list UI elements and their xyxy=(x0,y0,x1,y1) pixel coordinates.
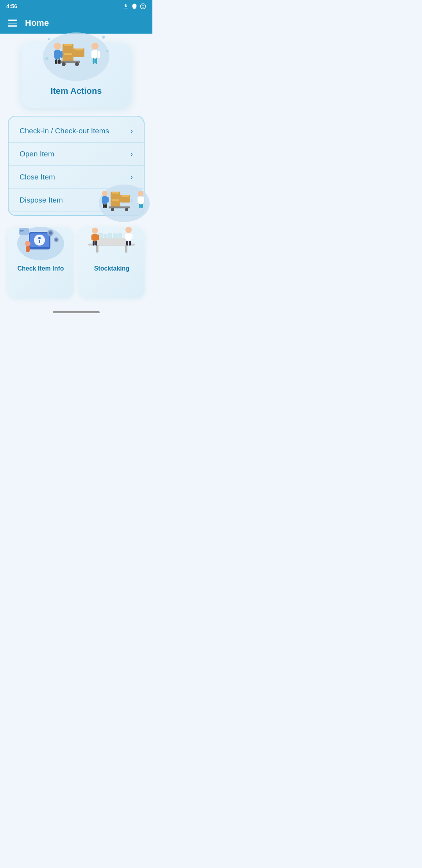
svg-point-56 xyxy=(38,237,41,239)
stocktaking-title: Stocktaking xyxy=(94,265,130,272)
stocktaking-illustration xyxy=(86,222,137,261)
svg-rect-75 xyxy=(118,233,122,239)
menu-item-label: Open Item xyxy=(20,150,54,158)
svg-rect-43 xyxy=(107,197,109,203)
menu-item-open-item[interactable]: Open Item › xyxy=(9,143,144,166)
svg-rect-25 xyxy=(95,58,97,64)
check-item-info-illustration xyxy=(15,222,66,261)
app-header: Home xyxy=(0,13,152,34)
svg-point-66 xyxy=(55,239,57,241)
svg-rect-61 xyxy=(26,246,30,252)
svg-rect-17 xyxy=(60,51,63,58)
time-display: 4:56 xyxy=(6,3,17,9)
menu-item-label: Check-in / Check-out Items xyxy=(20,127,109,135)
svg-point-26 xyxy=(48,38,50,40)
svg-point-27 xyxy=(102,36,105,39)
page-title: Home xyxy=(25,18,49,28)
svg-point-38 xyxy=(111,208,114,211)
svg-rect-78 xyxy=(91,235,93,240)
svg-rect-69 xyxy=(96,245,98,253)
svg-rect-23 xyxy=(98,51,100,58)
svg-rect-84 xyxy=(125,234,127,239)
svg-point-12 xyxy=(62,62,66,66)
item-actions-illustration xyxy=(41,31,111,82)
svg-point-82 xyxy=(125,227,132,233)
svg-rect-10 xyxy=(75,48,83,50)
item-actions-title: Item Actions xyxy=(50,86,102,96)
svg-rect-6 xyxy=(64,53,72,55)
svg-point-39 xyxy=(125,208,128,211)
svg-rect-80 xyxy=(93,241,95,246)
menu-item-label: Close Item xyxy=(20,173,55,181)
bottom-cards-row: Check Item Info xyxy=(8,228,145,298)
hamburger-menu-button[interactable] xyxy=(8,20,17,27)
svg-rect-45 xyxy=(105,204,107,208)
menu-item-label: Dispose Item xyxy=(20,196,63,204)
svg-rect-64 xyxy=(20,231,23,232)
svg-rect-16 xyxy=(54,51,56,58)
status-bar: 4:56 xyxy=(0,0,152,13)
svg-point-76 xyxy=(92,228,98,234)
main-content: Item Actions Check-in / Check-out Items … xyxy=(0,34,152,307)
svg-rect-85 xyxy=(131,234,132,239)
svg-rect-51 xyxy=(141,204,143,208)
stocktaking-card[interactable]: Stocktaking xyxy=(79,228,145,298)
svg-point-40 xyxy=(102,191,107,196)
svg-rect-22 xyxy=(91,51,94,58)
face-icon xyxy=(140,3,146,9)
svg-rect-87 xyxy=(129,241,131,246)
svg-rect-73 xyxy=(108,233,112,239)
svg-rect-79 xyxy=(97,235,99,240)
check-item-info-card[interactable]: Check Item Info xyxy=(8,228,73,298)
chevron-right-icon: › xyxy=(131,150,133,158)
svg-rect-24 xyxy=(93,58,95,64)
svg-point-14 xyxy=(54,43,61,50)
status-icons xyxy=(123,3,146,9)
svg-rect-57 xyxy=(39,240,40,243)
svg-rect-36 xyxy=(112,199,119,201)
svg-point-13 xyxy=(75,62,79,66)
svg-rect-44 xyxy=(103,204,105,208)
svg-rect-42 xyxy=(102,197,104,203)
svg-point-29 xyxy=(45,57,48,60)
svg-rect-8 xyxy=(64,44,72,46)
svg-rect-72 xyxy=(104,234,107,239)
download-icon xyxy=(123,3,129,9)
svg-rect-32 xyxy=(112,192,119,194)
check-item-info-title: Check Item Info xyxy=(17,265,64,272)
svg-rect-0 xyxy=(124,8,128,8)
svg-rect-70 xyxy=(125,245,127,253)
svg-rect-81 xyxy=(95,241,97,246)
svg-point-28 xyxy=(106,50,109,52)
svg-rect-68 xyxy=(94,238,129,245)
svg-rect-34 xyxy=(122,195,129,197)
svg-rect-74 xyxy=(113,233,118,239)
svg-point-2 xyxy=(142,5,143,6)
svg-rect-48 xyxy=(138,197,139,203)
svg-point-46 xyxy=(138,191,143,196)
menu-illustration xyxy=(97,180,152,223)
svg-rect-50 xyxy=(139,204,141,208)
svg-rect-86 xyxy=(126,241,128,246)
svg-point-1 xyxy=(140,4,145,9)
item-actions-card[interactable]: Item Actions xyxy=(21,43,131,108)
bottom-home-indicator xyxy=(53,311,100,313)
chevron-right-icon: › xyxy=(131,127,133,135)
menu-item-checkin-checkout[interactable]: Check-in / Check-out Items › xyxy=(9,120,144,143)
svg-point-3 xyxy=(143,5,144,6)
shield-icon xyxy=(131,3,138,9)
svg-point-60 xyxy=(25,241,30,246)
menu-list-card: Check-in / Check-out Items › Open Item ›… xyxy=(8,116,145,216)
svg-rect-63 xyxy=(20,230,24,231)
svg-rect-18 xyxy=(55,59,57,64)
svg-point-59 xyxy=(49,231,52,235)
svg-rect-19 xyxy=(58,59,61,64)
svg-point-20 xyxy=(91,43,98,50)
svg-rect-49 xyxy=(142,197,144,203)
